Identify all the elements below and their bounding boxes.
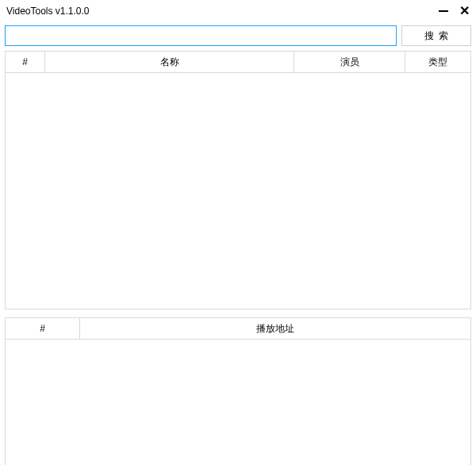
results-table: # 名称 演员 类型 bbox=[5, 51, 471, 309]
column-header-type[interactable]: 类型 bbox=[405, 52, 470, 72]
column-header-play-index[interactable]: # bbox=[6, 318, 80, 339]
close-icon[interactable]: ✕ bbox=[459, 5, 470, 17]
window-controls: ✕ bbox=[439, 5, 470, 17]
column-header-index[interactable]: # bbox=[6, 52, 45, 72]
results-table-header: # 名称 演员 类型 bbox=[5, 51, 471, 73]
column-header-name[interactable]: 名称 bbox=[45, 52, 294, 72]
minimize-icon[interactable] bbox=[439, 10, 448, 12]
play-table-body[interactable] bbox=[5, 340, 471, 465]
window-title: VideoTools v1.1.0.0 bbox=[6, 6, 90, 17]
play-table-header: # 播放地址 bbox=[5, 317, 471, 340]
search-row: 搜索 bbox=[0, 22, 476, 51]
column-header-actor[interactable]: 演员 bbox=[294, 52, 405, 72]
search-button[interactable]: 搜索 bbox=[401, 25, 471, 46]
search-input[interactable] bbox=[5, 25, 397, 46]
play-table: # 播放地址 bbox=[5, 317, 471, 465]
column-header-play-url[interactable]: 播放地址 bbox=[80, 318, 470, 339]
titlebar: VideoTools v1.1.0.0 ✕ bbox=[0, 0, 476, 22]
results-table-body[interactable] bbox=[5, 73, 471, 309]
